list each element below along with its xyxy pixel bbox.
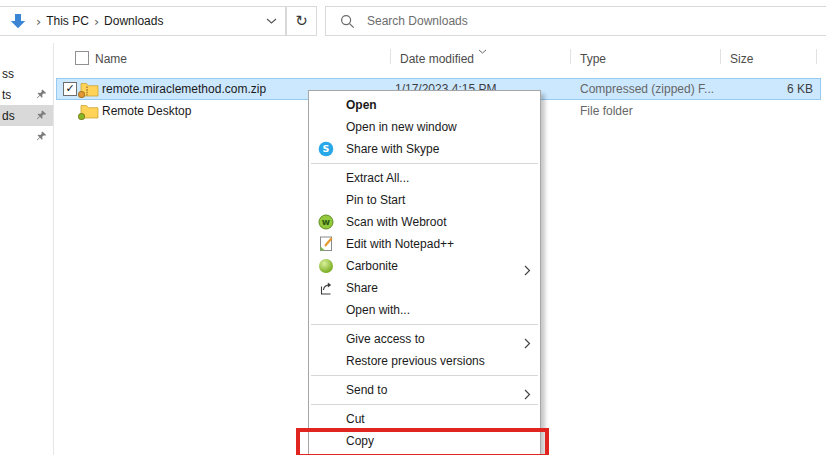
menu-item-give-access-to[interactable]: Give access to [309, 328, 540, 350]
share-icon [318, 280, 334, 296]
breadcrumb-chevron-icon: › [36, 14, 41, 29]
sidebar-item-label: ss [0, 67, 14, 81]
sidebar-item-documents[interactable]: ts [0, 84, 53, 105]
sidebar-item-label: ds [0, 109, 15, 123]
column-divider[interactable] [816, 49, 817, 64]
context-menu: Open Open in new window S Share with Sky… [308, 90, 541, 455]
pin-icon [36, 89, 47, 100]
row-checkbox-checked[interactable]: ✓ [63, 82, 77, 96]
menu-item-label: Share [346, 281, 378, 295]
sidebar-item-quick-access[interactable]: ss [0, 63, 53, 84]
file-name[interactable]: Remote Desktop [102, 100, 191, 122]
menu-item-scan-with-webroot[interactable]: w Scan with Webroot [309, 211, 540, 233]
svg-text:S: S [323, 143, 330, 154]
sidebar-item-label: ts [0, 88, 11, 102]
column-divider[interactable] [720, 49, 721, 64]
menu-item-label: Carbonite [346, 259, 398, 273]
file-size: 6 KB [743, 78, 813, 100]
checkmark-icon: ✓ [65, 82, 74, 95]
sidebar-item-downloads[interactable]: ds [0, 105, 53, 126]
menu-item-restore-previous-versions[interactable]: Restore previous versions [309, 350, 540, 372]
column-header-type[interactable]: Type [580, 52, 606, 66]
carbonite-icon [318, 258, 334, 274]
menu-item-label: Copy [346, 434, 374, 448]
menu-item-copy[interactable]: Copy [309, 430, 540, 452]
breadcrumb-this-pc[interactable]: This PC [46, 14, 89, 28]
menu-item-label: Open with... [346, 303, 410, 317]
menu-item-label: Give access to [346, 332, 425, 346]
menu-item-pin-to-start[interactable]: Pin to Start [309, 189, 540, 211]
menu-item-label: Send to [346, 383, 387, 397]
menu-separator [311, 163, 538, 164]
pin-icon [36, 110, 47, 121]
file-explorer-window: › This PC › Downloads ↻ ss ts ds [0, 0, 826, 455]
submenu-chevron-icon [524, 261, 531, 272]
select-all-checkbox[interactable] [75, 51, 89, 65]
backup-status-dot [78, 113, 85, 120]
menu-item-open-in-new-window[interactable]: Open in new window [309, 116, 540, 138]
file-type: File folder [580, 100, 633, 122]
search-input[interactable] [365, 13, 826, 29]
folder-icon [80, 103, 99, 119]
menu-item-send-to[interactable]: Send to [309, 379, 540, 401]
menu-item-share-with-skype[interactable]: S Share with Skype [309, 138, 540, 160]
menu-item-label: Cut [346, 412, 365, 426]
svg-text:w: w [322, 217, 330, 227]
menu-item-label: Share with Skype [346, 142, 439, 156]
menu-separator [311, 404, 538, 405]
column-divider[interactable] [390, 49, 391, 64]
menu-item-extract-all[interactable]: Extract All... [309, 167, 540, 189]
column-divider[interactable] [570, 49, 571, 64]
submenu-chevron-icon [524, 334, 531, 345]
menu-item-open[interactable]: Open [309, 94, 540, 116]
notepadpp-icon [318, 236, 334, 252]
submenu-chevron-icon [524, 385, 531, 396]
pin-icon [36, 131, 47, 142]
menu-item-label: Restore previous versions [346, 354, 485, 368]
file-name[interactable]: remote.miraclemethod.com.zip [102, 78, 266, 100]
chevron-down-icon [266, 18, 277, 24]
menu-item-label: Extract All... [346, 171, 409, 185]
address-dropdown-button[interactable] [257, 7, 285, 35]
navigation-sidebar: ss ts ds [0, 43, 54, 455]
column-header-name[interactable]: Name [95, 52, 127, 66]
zip-file-icon [80, 81, 99, 97]
webroot-icon: w [318, 214, 334, 230]
menu-item-label: Scan with Webroot [346, 215, 447, 229]
menu-item-label: Open [346, 98, 377, 112]
menu-item-carbonite[interactable]: Carbonite [309, 255, 540, 277]
downloads-folder-icon [9, 12, 27, 30]
refresh-button[interactable]: ↻ [286, 6, 317, 36]
sidebar-item-pinned[interactable] [0, 126, 53, 147]
menu-item-share[interactable]: Share [309, 277, 540, 299]
menu-separator [311, 324, 538, 325]
address-bar[interactable]: › This PC › Downloads [0, 6, 286, 36]
column-header-date-modified[interactable]: Date modified [400, 52, 474, 66]
skype-icon: S [318, 141, 334, 157]
search-icon [340, 14, 355, 29]
menu-separator [311, 375, 538, 376]
menu-item-label: Pin to Start [346, 193, 405, 207]
menu-item-label: Open in new window [346, 120, 457, 134]
column-header-size[interactable]: Size [730, 52, 753, 66]
sort-descending-icon [478, 43, 487, 57]
breadcrumb-chevron-icon: › [94, 14, 99, 29]
file-type: Compressed (zipped) F... [580, 78, 714, 100]
menu-item-open-with[interactable]: Open with... [309, 299, 540, 321]
backup-status-dot [78, 91, 85, 98]
menu-item-edit-with-notepadpp[interactable]: Edit with Notepad++ [309, 233, 540, 255]
search-box[interactable] [325, 6, 826, 36]
menu-item-label: Edit with Notepad++ [346, 237, 454, 251]
breadcrumb-downloads[interactable]: Downloads [104, 14, 163, 28]
refresh-icon: ↻ [295, 12, 308, 30]
menu-item-cut[interactable]: Cut [309, 408, 540, 430]
